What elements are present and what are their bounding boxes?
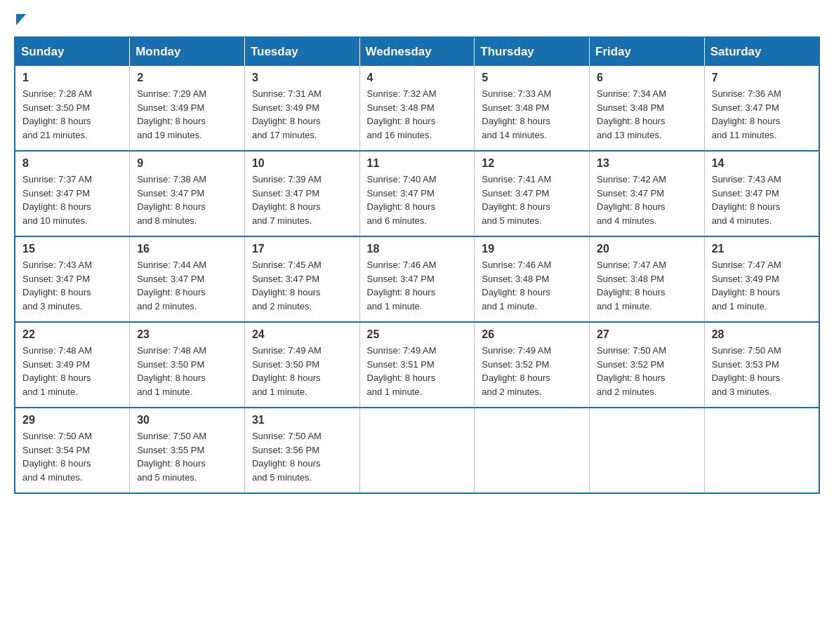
- day-number: 29: [22, 414, 122, 427]
- day-number: 2: [137, 72, 237, 84]
- day-info: Sunrise: 7:41 AMSunset: 3:47 PMDaylight:…: [482, 173, 582, 227]
- day-number: 8: [22, 157, 122, 170]
- empty-cell: [704, 408, 819, 493]
- calendar-day-cell: 20 Sunrise: 7:47 AMSunset: 3:48 PMDaylig…: [590, 236, 705, 322]
- calendar-day-cell: 10 Sunrise: 7:39 AMSunset: 3:47 PMDaylig…: [244, 151, 359, 236]
- weekday-header-wednesday: Wednesday: [359, 37, 475, 66]
- calendar-week-row: 22 Sunrise: 7:48 AMSunset: 3:49 PMDaylig…: [15, 322, 819, 408]
- calendar-day-cell: 13 Sunrise: 7:42 AMSunset: 3:47 PMDaylig…: [590, 151, 705, 236]
- day-number: 18: [367, 243, 468, 255]
- day-info: Sunrise: 7:43 AMSunset: 3:47 PMDaylight:…: [712, 173, 812, 227]
- calendar-day-cell: 2 Sunrise: 7:29 AMSunset: 3:49 PMDayligh…: [130, 66, 245, 151]
- calendar-day-cell: 29 Sunrise: 7:50 AMSunset: 3:54 PMDaylig…: [15, 408, 130, 493]
- calendar-day-cell: 30 Sunrise: 7:50 AMSunset: 3:55 PMDaylig…: [130, 408, 245, 493]
- weekday-header-friday: Friday: [590, 37, 705, 66]
- day-number: 1: [22, 72, 122, 84]
- day-info: Sunrise: 7:46 AMSunset: 3:47 PMDaylight:…: [367, 258, 468, 313]
- day-info: Sunrise: 7:39 AMSunset: 3:47 PMDaylight:…: [252, 173, 352, 227]
- calendar-day-cell: 17 Sunrise: 7:45 AMSunset: 3:47 PMDaylig…: [244, 236, 359, 322]
- day-info: Sunrise: 7:50 AMSunset: 3:52 PMDaylight:…: [597, 344, 697, 398]
- weekday-header-thursday: Thursday: [475, 37, 590, 66]
- day-number: 22: [22, 328, 122, 341]
- calendar-day-cell: 22 Sunrise: 7:48 AMSunset: 3:49 PMDaylig…: [15, 322, 130, 408]
- weekday-header-monday: Monday: [130, 37, 245, 66]
- calendar-table: SundayMondayTuesdayWednesdayThursdayFrid…: [14, 36, 820, 494]
- day-number: 4: [367, 72, 468, 84]
- day-info: Sunrise: 7:40 AMSunset: 3:47 PMDaylight:…: [367, 173, 468, 227]
- calendar-day-cell: 25 Sunrise: 7:49 AMSunset: 3:51 PMDaylig…: [359, 322, 475, 408]
- day-number: 27: [597, 328, 697, 341]
- day-number: 23: [137, 328, 237, 341]
- calendar-day-cell: 19 Sunrise: 7:46 AMSunset: 3:48 PMDaylig…: [475, 236, 590, 322]
- day-info: Sunrise: 7:47 AMSunset: 3:49 PMDaylight:…: [712, 258, 812, 313]
- day-info: Sunrise: 7:47 AMSunset: 3:48 PMDaylight:…: [597, 258, 697, 313]
- calendar-day-cell: 11 Sunrise: 7:40 AMSunset: 3:47 PMDaylig…: [359, 151, 475, 236]
- empty-cell: [475, 408, 590, 493]
- day-info: Sunrise: 7:36 AMSunset: 3:47 PMDaylight:…: [712, 87, 812, 142]
- calendar-day-cell: 16 Sunrise: 7:44 AMSunset: 3:47 PMDaylig…: [130, 236, 245, 322]
- day-info: Sunrise: 7:29 AMSunset: 3:49 PMDaylight:…: [137, 87, 237, 142]
- day-number: 13: [597, 157, 697, 170]
- calendar-day-cell: 7 Sunrise: 7:36 AMSunset: 3:47 PMDayligh…: [704, 66, 819, 151]
- empty-cell: [590, 408, 705, 493]
- weekday-header-saturday: Saturday: [704, 37, 819, 66]
- calendar-day-cell: 18 Sunrise: 7:46 AMSunset: 3:47 PMDaylig…: [359, 236, 475, 322]
- day-number: 12: [482, 157, 582, 170]
- day-number: 16: [137, 243, 237, 255]
- calendar-day-cell: 31 Sunrise: 7:50 AMSunset: 3:56 PMDaylig…: [244, 408, 359, 493]
- calendar-header-row: SundayMondayTuesdayWednesdayThursdayFrid…: [15, 37, 819, 66]
- day-number: 3: [252, 72, 352, 84]
- day-number: 25: [367, 328, 468, 341]
- day-info: Sunrise: 7:46 AMSunset: 3:48 PMDaylight:…: [482, 258, 582, 313]
- day-number: 17: [252, 243, 352, 255]
- logo-triangle-icon: [16, 14, 26, 25]
- day-info: Sunrise: 7:34 AMSunset: 3:48 PMDaylight:…: [597, 87, 697, 142]
- day-info: Sunrise: 7:49 AMSunset: 3:52 PMDaylight:…: [482, 344, 582, 398]
- calendar-day-cell: 26 Sunrise: 7:49 AMSunset: 3:52 PMDaylig…: [475, 322, 590, 408]
- day-number: 9: [137, 157, 237, 170]
- calendar-day-cell: 9 Sunrise: 7:38 AMSunset: 3:47 PMDayligh…: [130, 151, 245, 236]
- calendar-day-cell: 28 Sunrise: 7:50 AMSunset: 3:53 PMDaylig…: [704, 322, 819, 408]
- calendar-day-cell: 12 Sunrise: 7:41 AMSunset: 3:47 PMDaylig…: [475, 151, 590, 236]
- calendar-week-row: 29 Sunrise: 7:50 AMSunset: 3:54 PMDaylig…: [15, 408, 819, 493]
- calendar-week-row: 1 Sunrise: 7:28 AMSunset: 3:50 PMDayligh…: [15, 66, 819, 151]
- logo: [14, 14, 26, 22]
- calendar-day-cell: 3 Sunrise: 7:31 AMSunset: 3:49 PMDayligh…: [244, 66, 359, 151]
- calendar-day-cell: 5 Sunrise: 7:33 AMSunset: 3:48 PMDayligh…: [475, 66, 590, 151]
- calendar-day-cell: 27 Sunrise: 7:50 AMSunset: 3:52 PMDaylig…: [590, 322, 705, 408]
- day-info: Sunrise: 7:44 AMSunset: 3:47 PMDaylight:…: [137, 258, 237, 313]
- weekday-header-tuesday: Tuesday: [244, 37, 359, 66]
- weekday-header-sunday: Sunday: [15, 37, 130, 66]
- day-info: Sunrise: 7:32 AMSunset: 3:48 PMDaylight:…: [367, 87, 468, 142]
- day-info: Sunrise: 7:50 AMSunset: 3:55 PMDaylight:…: [137, 429, 237, 484]
- calendar-day-cell: 23 Sunrise: 7:48 AMSunset: 3:50 PMDaylig…: [130, 322, 245, 408]
- page-header: [14, 14, 820, 22]
- day-info: Sunrise: 7:42 AMSunset: 3:47 PMDaylight:…: [597, 173, 697, 227]
- day-number: 15: [22, 243, 122, 255]
- day-number: 11: [367, 157, 468, 170]
- day-info: Sunrise: 7:49 AMSunset: 3:50 PMDaylight:…: [252, 344, 352, 398]
- day-info: Sunrise: 7:28 AMSunset: 3:50 PMDaylight:…: [22, 87, 122, 142]
- day-info: Sunrise: 7:50 AMSunset: 3:54 PMDaylight:…: [22, 429, 122, 484]
- day-number: 28: [712, 328, 812, 341]
- calendar-day-cell: 8 Sunrise: 7:37 AMSunset: 3:47 PMDayligh…: [15, 151, 130, 236]
- day-info: Sunrise: 7:45 AMSunset: 3:47 PMDaylight:…: [252, 258, 352, 313]
- day-info: Sunrise: 7:37 AMSunset: 3:47 PMDaylight:…: [22, 173, 122, 227]
- day-info: Sunrise: 7:48 AMSunset: 3:49 PMDaylight:…: [22, 344, 122, 398]
- day-info: Sunrise: 7:33 AMSunset: 3:48 PMDaylight:…: [482, 87, 582, 142]
- calendar-week-row: 8 Sunrise: 7:37 AMSunset: 3:47 PMDayligh…: [15, 151, 819, 236]
- day-number: 24: [252, 328, 352, 341]
- day-info: Sunrise: 7:31 AMSunset: 3:49 PMDaylight:…: [252, 87, 352, 142]
- day-number: 31: [252, 414, 352, 427]
- day-number: 5: [482, 72, 582, 84]
- day-info: Sunrise: 7:49 AMSunset: 3:51 PMDaylight:…: [367, 344, 468, 398]
- calendar-day-cell: 6 Sunrise: 7:34 AMSunset: 3:48 PMDayligh…: [590, 66, 705, 151]
- day-number: 7: [712, 72, 812, 84]
- day-info: Sunrise: 7:43 AMSunset: 3:47 PMDaylight:…: [22, 258, 122, 313]
- day-number: 21: [712, 243, 812, 255]
- day-number: 19: [482, 243, 582, 255]
- day-info: Sunrise: 7:50 AMSunset: 3:56 PMDaylight:…: [252, 429, 352, 484]
- calendar-week-row: 15 Sunrise: 7:43 AMSunset: 3:47 PMDaylig…: [15, 236, 819, 322]
- calendar-day-cell: 21 Sunrise: 7:47 AMSunset: 3:49 PMDaylig…: [704, 236, 819, 322]
- calendar-day-cell: 4 Sunrise: 7:32 AMSunset: 3:48 PMDayligh…: [359, 66, 475, 151]
